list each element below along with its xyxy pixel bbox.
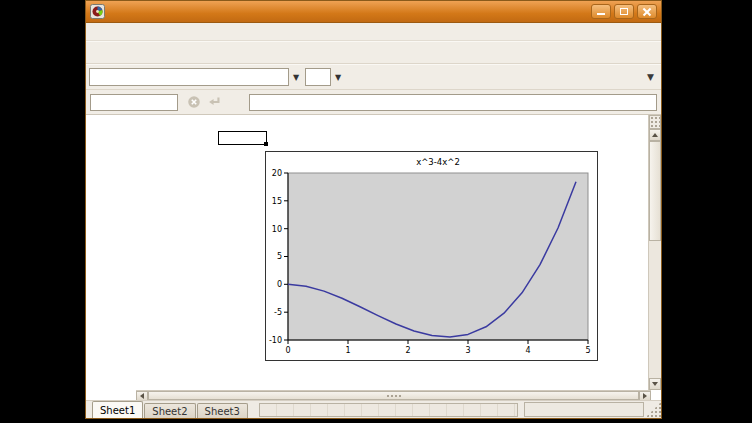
cancel-icon[interactable]	[184, 93, 204, 111]
horizontal-scroll-thumb[interactable]	[148, 391, 639, 400]
font-size-dropdown-icon[interactable]: ▼	[331, 68, 345, 86]
window-resize-grip[interactable]	[646, 402, 661, 417]
svg-text:-5: -5	[274, 308, 282, 317]
sheet-tab-sheet3[interactable]: Sheet3	[197, 403, 248, 418]
menubar	[86, 23, 661, 41]
scrollbar-corner-grip[interactable]	[649, 115, 661, 129]
gnumeric-app-icon[interactable]	[90, 4, 105, 19]
svg-text:20: 20	[272, 169, 282, 178]
titlebar[interactable]	[86, 1, 661, 23]
svg-text:5: 5	[277, 252, 282, 261]
enter-icon[interactable]	[204, 93, 224, 111]
svg-text:15: 15	[272, 197, 282, 206]
formula-entry[interactable]	[249, 94, 657, 111]
svg-text:2: 2	[405, 346, 410, 355]
embedded-chart[interactable]: -10-505101520012345x^3-4x^2	[265, 151, 598, 361]
font-name-dropdown-icon[interactable]: ▼	[289, 68, 303, 86]
vertical-scroll-thumb[interactable]	[649, 141, 661, 241]
formula-bar	[86, 90, 661, 115]
svg-text:0: 0	[277, 280, 282, 289]
maximize-button[interactable]	[614, 4, 634, 19]
svg-text:-10: -10	[269, 336, 282, 345]
equals-button[interactable]	[224, 93, 244, 111]
svg-text:0: 0	[285, 346, 290, 355]
svg-text:5: 5	[585, 346, 590, 355]
font-size-value[interactable]	[305, 68, 331, 86]
status-progress-area	[259, 403, 518, 417]
svg-text:1: 1	[345, 346, 350, 355]
toolbar-overflow-icon[interactable]: ▼	[647, 72, 658, 82]
scroll-left-icon[interactable]	[136, 391, 148, 400]
sheet-area: -10-505101520012345x^3-4x^2	[86, 115, 661, 400]
vertical-scrollbar[interactable]	[648, 115, 661, 390]
font-name-value[interactable]	[89, 68, 289, 86]
svg-text:3: 3	[465, 346, 470, 355]
horizontal-scrollbar[interactable]	[136, 390, 651, 400]
chart-title: x^3-4x^2	[416, 157, 460, 167]
sheet-tab-sheet2[interactable]: Sheet2	[144, 403, 195, 418]
font-name-combo[interactable]: ▼	[89, 68, 303, 86]
cell-reference-box[interactable]	[90, 94, 178, 111]
gnumeric-window: ▼ ▼ ▼ -10-505101520012345x^3-4x^2	[85, 0, 662, 419]
format-toolbar: ▼ ▼ ▼	[86, 64, 661, 90]
minimize-button[interactable]	[591, 4, 611, 19]
scroll-right-icon[interactable]	[639, 391, 651, 400]
close-button[interactable]	[637, 4, 657, 19]
standard-toolbar	[86, 41, 661, 64]
status-sum	[524, 402, 644, 417]
svg-text:4: 4	[525, 346, 530, 355]
chart-canvas: -10-505101520012345x^3-4x^2	[266, 152, 597, 360]
scroll-down-icon[interactable]	[649, 378, 661, 390]
scroll-up-icon[interactable]	[649, 129, 661, 141]
font-size-combo[interactable]: ▼	[305, 68, 345, 86]
fill-handle[interactable]	[264, 142, 268, 146]
sheet-tab-sheet1[interactable]: Sheet1	[92, 401, 143, 418]
vertical-scroll-track[interactable]	[649, 241, 661, 378]
svg-text:10: 10	[272, 225, 282, 234]
selected-cell-outline[interactable]	[218, 131, 267, 145]
sheet-tabs-bar: Sheet1Sheet2Sheet3	[86, 400, 661, 418]
